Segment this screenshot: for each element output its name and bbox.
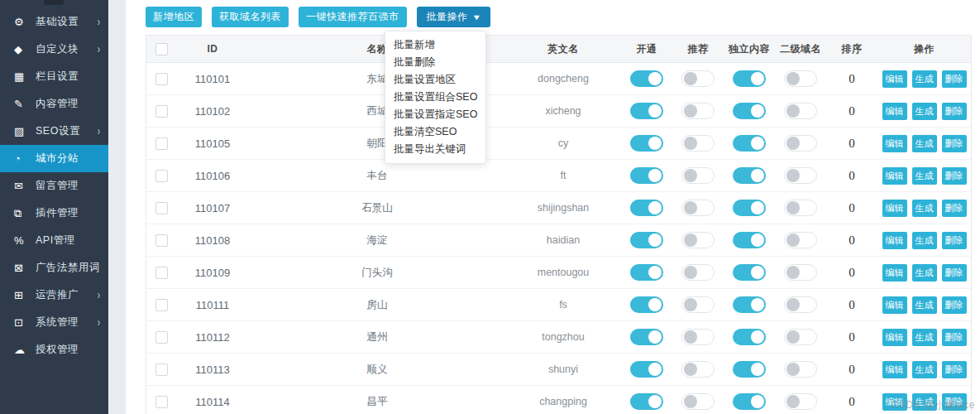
recommend-toggle[interactable] bbox=[681, 103, 715, 119]
generate-button[interactable]: 生成 bbox=[912, 103, 937, 120]
dropdown-item[interactable]: 批量导出关键词 bbox=[385, 141, 485, 158]
open-toggle[interactable] bbox=[630, 329, 663, 345]
open-toggle[interactable] bbox=[630, 296, 663, 313]
edit-button[interactable]: 编辑 bbox=[882, 103, 907, 120]
independent-content-toggle[interactable] bbox=[733, 167, 766, 184]
sidebar-item[interactable]: ✉留言管理 bbox=[0, 172, 108, 200]
subdomain-toggle[interactable] bbox=[784, 329, 817, 345]
independent-content-toggle[interactable] bbox=[733, 103, 766, 119]
delete-button[interactable]: 删除 bbox=[942, 167, 967, 185]
delete-button[interactable]: 删除 bbox=[942, 329, 967, 346]
row-checkbox[interactable] bbox=[155, 137, 168, 150]
recommend-toggle[interactable] bbox=[681, 200, 715, 216]
generate-button[interactable]: 生成 bbox=[912, 264, 937, 282]
generate-button[interactable]: 生成 bbox=[912, 361, 937, 378]
independent-content-toggle[interactable] bbox=[733, 329, 766, 345]
delete-button[interactable]: 删除 bbox=[942, 296, 967, 314]
independent-content-toggle[interactable] bbox=[733, 200, 766, 216]
recommend-toggle[interactable] bbox=[681, 329, 715, 345]
generate-button[interactable]: 生成 bbox=[912, 232, 937, 249]
edit-button[interactable]: 编辑 bbox=[882, 232, 907, 249]
subdomain-toggle[interactable] bbox=[784, 167, 817, 184]
toolbar-button[interactable]: 新增地区 bbox=[146, 7, 202, 27]
recommend-toggle[interactable] bbox=[681, 167, 715, 184]
row-checkbox[interactable] bbox=[155, 267, 168, 279]
sidebar-item[interactable]: ⊞运营推广› bbox=[0, 282, 108, 309]
generate-button[interactable]: 生成 bbox=[912, 135, 937, 152]
toolbar-button[interactable]: 一键快速推荐百强市 bbox=[299, 7, 407, 27]
open-toggle[interactable] bbox=[630, 264, 663, 281]
sidebar-item[interactable]: ⚙基础设置› bbox=[0, 8, 108, 36]
independent-content-toggle[interactable] bbox=[733, 361, 766, 378]
subdomain-toggle[interactable] bbox=[784, 103, 817, 119]
recommend-toggle[interactable] bbox=[681, 393, 715, 410]
toolbar-button[interactable]: 获取域名列表 bbox=[212, 7, 289, 27]
delete-button[interactable]: 删除 bbox=[942, 103, 967, 120]
delete-button[interactable]: 删除 bbox=[942, 70, 967, 88]
open-toggle[interactable] bbox=[630, 167, 663, 184]
open-toggle[interactable] bbox=[630, 232, 663, 248]
dropdown-item[interactable]: 批量新增 bbox=[385, 36, 485, 54]
independent-content-toggle[interactable] bbox=[733, 296, 766, 313]
edit-button[interactable]: 编辑 bbox=[882, 135, 907, 152]
subdomain-toggle[interactable] bbox=[784, 361, 817, 378]
generate-button[interactable]: 生成 bbox=[912, 296, 937, 314]
subdomain-toggle[interactable] bbox=[784, 200, 817, 216]
row-checkbox[interactable] bbox=[155, 170, 168, 182]
recommend-toggle[interactable] bbox=[681, 264, 715, 281]
independent-content-toggle[interactable] bbox=[733, 393, 766, 410]
row-checkbox[interactable] bbox=[155, 105, 168, 118]
row-checkbox[interactable] bbox=[155, 299, 168, 311]
batch-operations-button[interactable]: 批量操作▼ bbox=[417, 7, 490, 27]
independent-content-toggle[interactable] bbox=[733, 232, 766, 248]
subdomain-toggle[interactable] bbox=[784, 232, 817, 248]
open-toggle[interactable] bbox=[630, 393, 663, 410]
recommend-toggle[interactable] bbox=[681, 70, 715, 87]
sidebar-item[interactable]: ☁授权管理 bbox=[0, 336, 108, 363]
row-checkbox[interactable] bbox=[155, 363, 168, 376]
recommend-toggle[interactable] bbox=[681, 135, 715, 152]
sidebar-item[interactable]: ▦栏目设置 bbox=[0, 63, 108, 90]
edit-button[interactable]: 编辑 bbox=[882, 264, 907, 282]
open-toggle[interactable] bbox=[630, 361, 663, 378]
generate-button[interactable]: 生成 bbox=[912, 329, 937, 346]
delete-button[interactable]: 删除 bbox=[942, 200, 967, 217]
delete-button[interactable]: 删除 bbox=[942, 361, 967, 378]
subdomain-toggle[interactable] bbox=[784, 135, 817, 152]
open-toggle[interactable] bbox=[630, 135, 663, 152]
row-checkbox[interactable] bbox=[155, 331, 168, 344]
subdomain-toggle[interactable] bbox=[784, 70, 817, 87]
sidebar-item[interactable]: ✎内容管理 bbox=[0, 90, 108, 118]
dropdown-item[interactable]: 批量设置地区 bbox=[385, 71, 485, 89]
generate-button[interactable]: 生成 bbox=[912, 70, 937, 88]
edit-button[interactable]: 编辑 bbox=[882, 329, 907, 346]
delete-button[interactable]: 删除 bbox=[942, 135, 967, 152]
open-toggle[interactable] bbox=[630, 103, 663, 119]
open-toggle[interactable] bbox=[630, 70, 663, 87]
open-toggle[interactable] bbox=[630, 200, 663, 216]
dropdown-item[interactable]: 批量设置组合SEO bbox=[385, 89, 485, 106]
dropdown-item[interactable]: 批量设置指定SEO bbox=[385, 106, 485, 123]
edit-button[interactable]: 编辑 bbox=[882, 167, 907, 185]
recommend-toggle[interactable] bbox=[681, 296, 715, 313]
independent-content-toggle[interactable] bbox=[733, 135, 766, 152]
generate-button[interactable]: 生成 bbox=[912, 200, 937, 217]
dropdown-item[interactable]: 批量清空SEO bbox=[385, 123, 485, 141]
edit-button[interactable]: 编辑 bbox=[882, 296, 907, 314]
sidebar-item[interactable]: ▨SEO设置› bbox=[0, 118, 108, 145]
edit-button[interactable]: 编辑 bbox=[882, 361, 907, 378]
sidebar-item[interactable]: %API管理 bbox=[0, 227, 108, 254]
generate-button[interactable]: 生成 bbox=[912, 167, 937, 185]
recommend-toggle[interactable] bbox=[681, 361, 715, 378]
independent-content-toggle[interactable] bbox=[733, 264, 766, 281]
sidebar-item[interactable]: ⧉插件管理 bbox=[0, 200, 108, 227]
recommend-toggle[interactable] bbox=[681, 232, 715, 248]
edit-button[interactable]: 编辑 bbox=[882, 70, 907, 88]
row-checkbox[interactable] bbox=[155, 234, 168, 247]
delete-button[interactable]: 删除 bbox=[942, 232, 967, 249]
select-all-checkbox[interactable] bbox=[155, 43, 168, 55]
sidebar-item[interactable]: ⊡系统管理› bbox=[0, 309, 108, 336]
sidebar-item[interactable]: ◆自定义块› bbox=[0, 36, 108, 63]
edit-button[interactable]: 编辑 bbox=[882, 200, 907, 217]
subdomain-toggle[interactable] bbox=[784, 393, 817, 410]
